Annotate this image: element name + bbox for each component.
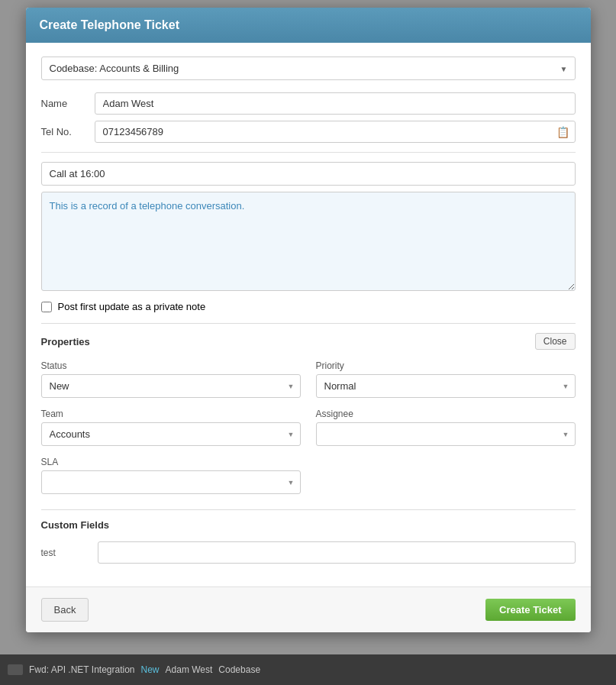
tel-input[interactable]: [95, 121, 576, 143]
bottom-bar-item-status: New: [141, 664, 160, 675]
private-note-row: Post first update as a private note: [41, 301, 576, 312]
assignee-select[interactable]: [316, 422, 576, 446]
status-label: Status: [41, 360, 301, 371]
status-group: Status New Open Pending Resolved Closed …: [41, 360, 301, 398]
private-note-checkbox[interactable]: [41, 302, 52, 312]
properties-close-button[interactable]: Close: [535, 333, 576, 350]
email-icon: [8, 664, 23, 675]
mailbox-dropdown-wrap: Codebase: Accounts & Billing ▼: [41, 57, 576, 80]
bottom-bar-item-source: Codebase: [218, 664, 260, 675]
sla-group: SLA ▼: [41, 457, 301, 494]
custom-field-label-0: test: [41, 548, 87, 558]
bottom-bar-item-name: Adam West: [166, 664, 213, 675]
properties-header: Properties Close: [41, 333, 576, 350]
create-ticket-button[interactable]: Create Ticket: [485, 599, 575, 621]
sla-select[interactable]: [41, 470, 301, 494]
divider-1: [41, 152, 576, 153]
priority-group: Priority Low Normal High Urgent ▼: [316, 360, 576, 398]
bottom-bar-item-label: Fwd: API .NET Integration: [29, 664, 135, 675]
modal-title: Create Telephone Ticket: [40, 18, 179, 31]
team-label: Team: [41, 409, 301, 419]
mailbox-select[interactable]: Codebase: Accounts & Billing: [41, 57, 576, 80]
custom-field-row-0: test: [41, 541, 576, 564]
contact-book-icon: 📋: [556, 126, 569, 138]
assignee-group: Assignee ▼: [316, 409, 576, 446]
tel-row: Tel No. 📋: [41, 121, 576, 143]
team-select[interactable]: Accounts Support Sales: [41, 422, 301, 446]
name-row: Name: [41, 92, 576, 115]
subject-input[interactable]: [41, 162, 576, 186]
bottom-bar: Fwd: API .NET Integration New Adam West …: [0, 654, 616, 685]
team-select-wrap: Accounts Support Sales ▼: [41, 422, 301, 446]
custom-fields-section: Custom Fields test: [41, 509, 576, 564]
create-telephone-ticket-modal: Create Telephone Ticket Codebase: Accoun…: [26, 8, 591, 632]
properties-grid: Status New Open Pending Resolved Closed …: [41, 360, 576, 506]
modal-header: Create Telephone Ticket: [26, 8, 591, 43]
team-group: Team Accounts Support Sales ▼: [41, 409, 301, 446]
back-button[interactable]: Back: [41, 598, 89, 622]
status-select-wrap: New Open Pending Resolved Closed ▼: [41, 374, 301, 398]
properties-section: Properties Close Status New Open Pending…: [41, 323, 576, 506]
modal-body: Codebase: Accounts & Billing ▼ Name Tel …: [26, 43, 591, 586]
custom-fields-title: Custom Fields: [41, 519, 576, 531]
private-note-label: Post first update as a private note: [58, 301, 206, 312]
modal-overlay: Create Telephone Ticket Codebase: Accoun…: [0, 0, 616, 654]
priority-select[interactable]: Low Normal High Urgent: [316, 374, 576, 398]
properties-title: Properties: [41, 336, 90, 347]
priority-label: Priority: [316, 360, 576, 371]
modal-footer: Back Create Ticket: [26, 586, 591, 632]
sla-label: SLA: [41, 457, 301, 467]
name-label: Name: [41, 98, 95, 109]
priority-select-wrap: Low Normal High Urgent ▼: [316, 374, 576, 398]
sla-select-wrap: ▼: [41, 470, 301, 494]
assignee-label: Assignee: [316, 409, 576, 419]
custom-field-input-0[interactable]: [98, 541, 576, 564]
bottom-bar-item[interactable]: Fwd: API .NET Integration New Adam West …: [8, 664, 260, 675]
status-select[interactable]: New Open Pending Resolved Closed: [41, 374, 301, 398]
tel-label: Tel No.: [41, 126, 95, 137]
assignee-select-wrap: ▼: [316, 422, 576, 446]
tel-input-wrap: 📋: [95, 121, 576, 143]
body-textarea[interactable]: This is a record of a telephone conversa…: [41, 192, 576, 291]
name-input[interactable]: [95, 92, 576, 115]
